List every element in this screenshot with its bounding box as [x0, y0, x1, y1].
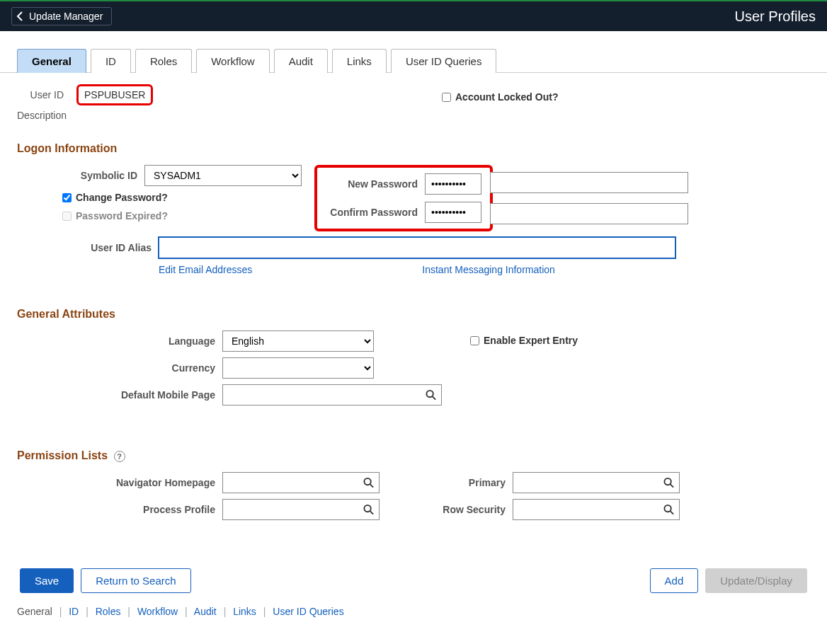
footer-link-id[interactable]: ID: [69, 606, 79, 617]
logon-heading: Logon Information: [17, 142, 810, 155]
general-attrs-heading: General Attributes: [17, 308, 810, 321]
svg-point-8: [664, 505, 671, 512]
change-pw-row[interactable]: Change Password?: [62, 192, 168, 203]
description-label: Description: [17, 110, 88, 121]
svg-point-6: [664, 478, 671, 485]
alias-input[interactable]: [159, 237, 675, 258]
pw-expired-label: Password Expired?: [76, 210, 168, 222]
svg-line-7: [671, 484, 673, 487]
confirm-pw-label: Confirm Password: [326, 207, 425, 218]
return-to-search-button[interactable]: Return to Search: [81, 568, 190, 593]
enable-expert-checkbox[interactable]: [470, 336, 479, 345]
svg-point-4: [364, 505, 370, 512]
user-id-label: User ID: [17, 89, 71, 100]
currency-select[interactable]: [222, 357, 374, 379]
search-icon[interactable]: [426, 390, 436, 401]
primary-label: Primary: [414, 477, 513, 488]
footer-link-general[interactable]: General: [17, 606, 52, 617]
symbolic-id-label: Symbolic ID: [17, 170, 144, 181]
language-label: Language: [17, 335, 222, 347]
chevron-left-icon: [16, 11, 25, 21]
tab-links[interactable]: Links: [332, 49, 387, 73]
update-display-button: Update/Display: [705, 568, 807, 593]
language-select[interactable]: English: [222, 330, 374, 352]
new-pw-input-ext[interactable]: [490, 172, 688, 193]
tab-roles[interactable]: Roles: [135, 49, 192, 73]
tab-audit[interactable]: Audit: [274, 49, 328, 73]
search-icon[interactable]: [663, 505, 674, 515]
alias-label: User ID Alias: [17, 242, 159, 253]
pw-expired-checkbox[interactable]: [62, 212, 72, 221]
default-mobile-input[interactable]: [222, 384, 442, 406]
change-pw-checkbox[interactable]: [62, 193, 72, 202]
footer-link-links[interactable]: Links: [233, 606, 256, 617]
svg-line-3: [370, 484, 373, 487]
back-button[interactable]: Update Manager: [11, 7, 112, 25]
search-icon[interactable]: [363, 478, 374, 488]
primary-input[interactable]: [513, 472, 680, 493]
footer-link-workflow[interactable]: Workflow: [137, 606, 178, 617]
tab-user-id-queries[interactable]: User ID Queries: [391, 49, 497, 73]
confirm-pw-input-ext[interactable]: [490, 203, 688, 224]
add-button[interactable]: Add: [650, 568, 699, 593]
tab-strip: General ID Roles Workflow Audit Links Us…: [0, 31, 827, 73]
svg-line-9: [671, 511, 673, 514]
help-icon[interactable]: ?: [114, 451, 125, 462]
user-id-value: PSPUBUSER: [84, 89, 145, 100]
default-mobile-label: Default Mobile Page: [17, 389, 222, 401]
account-locked-label: Account Locked Out?: [455, 91, 558, 103]
page-title: User Profiles: [735, 8, 816, 25]
search-icon[interactable]: [663, 478, 674, 488]
change-pw-label: Change Password?: [76, 192, 168, 203]
tab-workflow[interactable]: Workflow: [196, 49, 269, 73]
symbolic-id-select[interactable]: SYSADM1: [144, 165, 302, 186]
search-icon[interactable]: [363, 505, 374, 515]
back-button-label: Update Manager: [29, 11, 103, 22]
nav-homepage-input[interactable]: [222, 472, 380, 493]
account-locked-row[interactable]: Account Locked Out?: [442, 91, 810, 103]
topbar: Update Manager User Profiles: [0, 0, 827, 31]
svg-line-1: [433, 396, 435, 399]
nav-homepage-label: Navigator Homepage: [17, 477, 222, 488]
row-security-input[interactable]: [513, 499, 680, 520]
svg-point-2: [364, 478, 370, 485]
account-locked-checkbox[interactable]: [442, 93, 451, 102]
footer-link-user-id-queries[interactable]: User ID Queries: [273, 606, 343, 617]
footer-link-roles[interactable]: Roles: [96, 606, 121, 617]
process-profile-label: Process Profile: [17, 504, 222, 515]
new-pw-input[interactable]: [425, 173, 481, 195]
row-security-label: Row Security: [414, 504, 513, 515]
svg-point-0: [426, 391, 433, 397]
permission-heading: Permission Lists ?: [17, 449, 810, 462]
tab-id[interactable]: ID: [91, 49, 131, 73]
process-profile-input[interactable]: [222, 499, 380, 520]
enable-expert-label: Enable Expert Entry: [484, 335, 578, 346]
im-link[interactable]: Instant Messaging Information: [422, 264, 555, 275]
enable-expert-row[interactable]: Enable Expert Entry: [470, 335, 810, 346]
password-highlight-box: New Password Confirm Password: [314, 165, 493, 231]
currency-label: Currency: [17, 362, 222, 374]
confirm-pw-input[interactable]: [425, 202, 481, 223]
user-id-value-highlight: PSPUBUSER: [76, 84, 153, 105]
save-button[interactable]: Save: [20, 568, 74, 593]
new-pw-label: New Password: [326, 178, 425, 190]
footer-link-audit[interactable]: Audit: [194, 606, 217, 617]
tab-general[interactable]: General: [17, 49, 86, 73]
pw-expired-row[interactable]: Password Expired?: [62, 210, 168, 222]
edit-email-link[interactable]: Edit Email Addresses: [159, 264, 252, 275]
footer-links: General | ID | Roles | Workflow | Audit …: [17, 606, 810, 617]
svg-line-5: [370, 511, 373, 514]
